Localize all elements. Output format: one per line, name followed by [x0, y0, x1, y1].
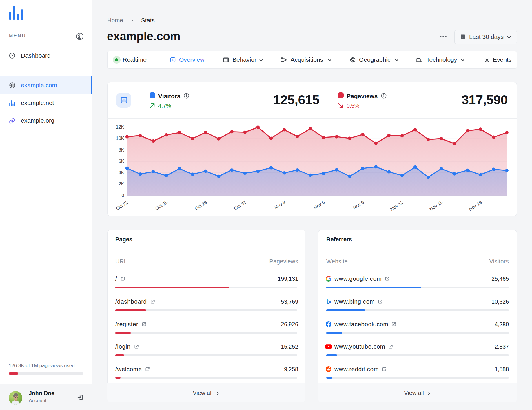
svg-text:2K: 2K [119, 181, 124, 186]
svg-text:Nov 15: Nov 15 [429, 200, 444, 212]
svg-text:Nov 6: Nov 6 [313, 200, 326, 210]
svg-text:10K: 10K [116, 136, 124, 141]
svg-text:Oct 31: Oct 31 [233, 200, 247, 211]
svg-text:Oct 22: Oct 22 [115, 200, 129, 211]
svg-text:Oct 25: Oct 25 [154, 200, 169, 211]
svg-text:Nov 12: Nov 12 [389, 200, 404, 212]
svg-text:4K: 4K [119, 170, 124, 175]
svg-text:12K: 12K [116, 125, 124, 130]
svg-text:Oct 28: Oct 28 [194, 200, 208, 211]
svg-text:0: 0 [122, 193, 124, 198]
svg-text:Nov 3: Nov 3 [274, 200, 286, 210]
svg-text:Nov 18: Nov 18 [468, 200, 483, 212]
svg-text:6K: 6K [119, 159, 124, 164]
svg-text:Nov 9: Nov 9 [352, 200, 365, 210]
svg-text:8K: 8K [119, 147, 124, 152]
